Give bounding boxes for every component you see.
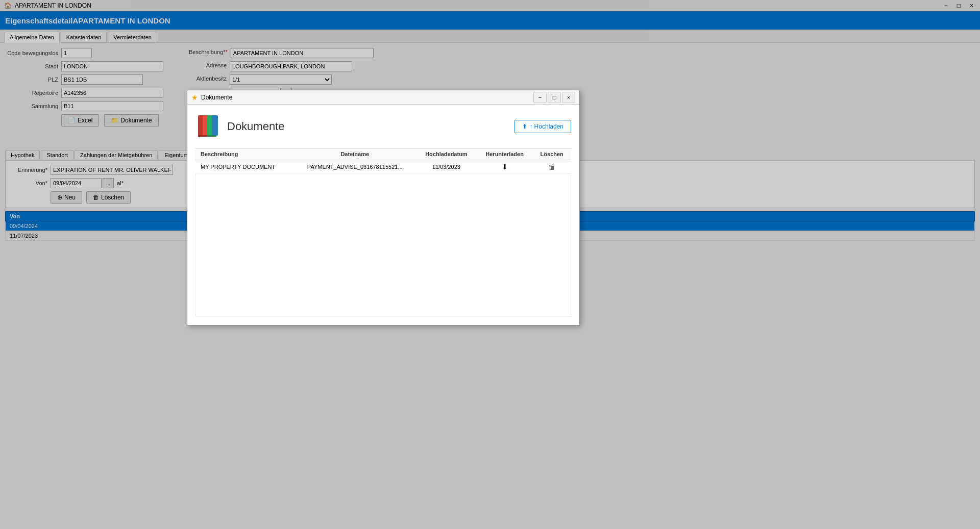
modal-body: Dokumente ⬆ ↑ Hochladen Beschreibung Dat… [187, 105, 579, 325]
svg-rect-4 [198, 135, 207, 137]
upload-icon: ⬆ [522, 123, 527, 130]
modal-close-button[interactable]: × [562, 92, 575, 103]
doc-table-row: MY PROPERTY DOCUMENT PAYMENT_ADVISE_0316… [195, 160, 571, 174]
doc-col-herunterladen: Herunterladen [477, 148, 533, 160]
doc-col-beschreibung: Beschreibung [195, 148, 293, 160]
doc-dateiname: PAYMENT_ADVISE_031678115521... [293, 160, 416, 174]
book-icon [195, 113, 221, 140]
modal-titlebar: ★ Dokumente − □ × [187, 90, 579, 105]
svg-rect-5 [207, 135, 216, 137]
modal-header: Dokumente ⬆ ↑ Hochladen [195, 113, 571, 140]
download-button[interactable]: ⬇ [502, 163, 508, 171]
doc-col-dateiname: Dateiname [293, 148, 416, 160]
document-table: Beschreibung Dateiname Hochladedatum Her… [195, 148, 571, 174]
doc-beschreibung: MY PROPERTY DOCUMENT [195, 160, 293, 174]
doc-col-hochladedatum: Hochladedatum [416, 148, 477, 160]
modal-titlebar-controls: − □ × [533, 92, 575, 103]
doc-hochladedatum: 11/03/2023 [416, 160, 477, 174]
doc-col-loeschen: Löschen [532, 148, 571, 160]
dokumente-modal: ★ Dokumente − □ × [187, 90, 580, 325]
star-icon: ★ [191, 93, 198, 102]
modal-overlay: ★ Dokumente − □ × [0, 0, 980, 529]
hochladen-button[interactable]: ⬆ ↑ Hochladen [514, 120, 571, 133]
delete-button[interactable]: 🗑 [548, 163, 555, 171]
svg-rect-3 [212, 115, 218, 136]
modal-maximize-button[interactable]: □ [548, 92, 561, 103]
modal-titlebar-left: ★ Dokumente [191, 93, 232, 102]
modal-header-left: Dokumente [195, 113, 285, 140]
modal-title-text: Dokumente [227, 120, 285, 133]
doc-empty-area [195, 174, 571, 317]
modal-title-label: Dokumente [201, 94, 232, 101]
modal-minimize-button[interactable]: − [533, 92, 547, 103]
